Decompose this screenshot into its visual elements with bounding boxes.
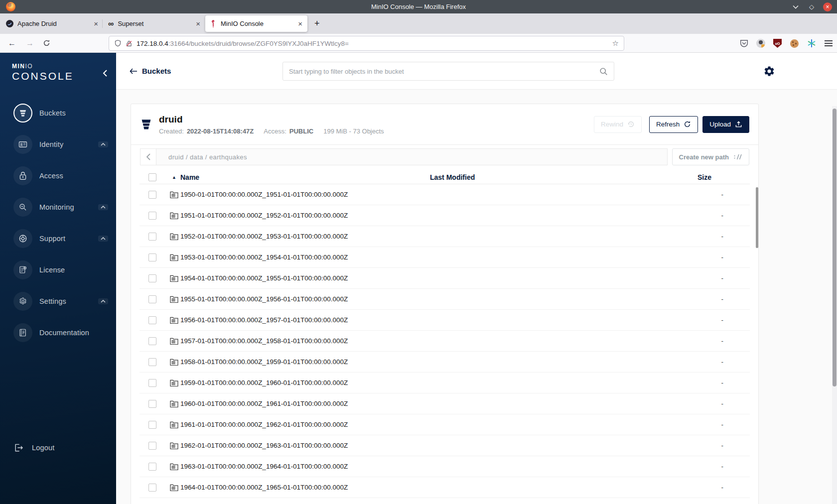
create-new-path-button[interactable]: Create new path bbox=[672, 148, 749, 165]
row-checkbox[interactable] bbox=[148, 316, 156, 324]
row-checkbox[interactable] bbox=[148, 442, 156, 450]
sidebar-item-monitoring[interactable]: Monitoring bbox=[0, 191, 116, 223]
row-checkbox[interactable] bbox=[148, 191, 156, 199]
tab-apache-druid[interactable]: Apache Druid × bbox=[1, 15, 103, 32]
forward-button[interactable]: → bbox=[26, 39, 34, 48]
table-row[interactable]: 1953-01-01T00:00:00.000Z_1954-01-01T00:0… bbox=[140, 247, 750, 268]
row-checkbox[interactable] bbox=[148, 212, 156, 220]
refresh-button[interactable]: Refresh bbox=[649, 116, 698, 133]
select-all-checkbox[interactable] bbox=[148, 173, 156, 181]
row-checkbox[interactable] bbox=[148, 274, 156, 282]
row-checkbox[interactable] bbox=[148, 253, 156, 261]
sidebar-item-support[interactable]: Support bbox=[0, 223, 116, 254]
object-name[interactable]: 1964-01-01T00:00:00.000Z_1965-01-01T00:0… bbox=[180, 484, 430, 491]
upload-button[interactable]: Upload bbox=[702, 116, 749, 133]
breadcrumb[interactable]: druid / data / earthquakes bbox=[156, 148, 668, 165]
object-name[interactable]: 1950-01-01T00:00:00.000Z_1951-01-01T00:0… bbox=[180, 191, 430, 198]
object-name[interactable]: 1952-01-01T00:00:00.000Z_1953-01-01T00:0… bbox=[180, 233, 430, 240]
object-name[interactable]: 1959-01-01T00:00:00.000Z_1960-01-01T00:0… bbox=[180, 379, 430, 386]
sidebar-item-settings[interactable]: Settings bbox=[0, 285, 116, 317]
table-row[interactable]: 1952-01-01T00:00:00.000Z_1953-01-01T00:0… bbox=[140, 226, 750, 247]
window-minimize-button[interactable] bbox=[791, 2, 800, 11]
privacy-extension-icon[interactable] bbox=[756, 39, 765, 48]
table-row[interactable]: 1951-01-01T00:00:00.000Z_1952-01-01T00:0… bbox=[140, 205, 750, 226]
object-name[interactable]: 1962-01-01T00:00:00.000Z_1963-01-01T00:0… bbox=[180, 442, 430, 449]
row-checkbox[interactable] bbox=[148, 337, 156, 345]
object-name[interactable]: 1963-01-01T00:00:00.000Z_1964-01-01T00:0… bbox=[180, 463, 430, 470]
tab-close-icon[interactable]: × bbox=[196, 20, 200, 27]
path-back-button[interactable] bbox=[140, 148, 156, 165]
multi-account-extension-icon[interactable] bbox=[807, 39, 816, 48]
chevron-up-icon[interactable] bbox=[98, 141, 108, 147]
size-column-header[interactable]: Size bbox=[684, 173, 750, 181]
bookmark-star-icon[interactable]: ☆ bbox=[612, 39, 619, 48]
row-checkbox[interactable] bbox=[148, 379, 156, 387]
table-row[interactable]: 1954-01-01T00:00:00.000Z_1955-01-01T00:0… bbox=[140, 268, 750, 289]
back-to-buckets-link[interactable]: Buckets bbox=[130, 67, 171, 75]
table-row[interactable]: 1957-01-01T00:00:00.000Z_1958-01-01T00:0… bbox=[140, 331, 750, 352]
window-close-button[interactable]: × bbox=[823, 2, 832, 11]
object-name[interactable]: 1961-01-01T00:00:00.000Z_1962-01-01T00:0… bbox=[180, 421, 430, 428]
sidebar-item-identity[interactable]: Identity bbox=[0, 128, 116, 160]
object-name[interactable]: 1957-01-01T00:00:00.000Z_1958-01-01T00:0… bbox=[180, 337, 430, 345]
page-scrollbar[interactable] bbox=[832, 106, 837, 504]
table-row[interactable]: 1958-01-01T00:00:00.000Z_1959-01-01T00:0… bbox=[140, 352, 750, 373]
sidebar-item-logout[interactable]: Logout bbox=[13, 438, 55, 458]
sidebar-collapse-button[interactable] bbox=[103, 70, 107, 77]
tab-close-icon[interactable]: × bbox=[298, 20, 302, 27]
ublock-origin-icon[interactable]: uO bbox=[773, 39, 782, 48]
tab-minio-console[interactable]: MinIO Console × bbox=[205, 15, 307, 32]
back-button[interactable]: ← bbox=[8, 39, 16, 48]
chevron-up-icon[interactable] bbox=[98, 298, 108, 304]
object-name[interactable]: 1951-01-01T00:00:00.000Z_1952-01-01T00:0… bbox=[180, 212, 430, 219]
table-row[interactable]: 1956-01-01T00:00:00.000Z_1957-01-01T00:0… bbox=[140, 310, 750, 331]
object-name[interactable]: 1953-01-01T00:00:00.000Z_1954-01-01T00:0… bbox=[180, 253, 430, 261]
row-checkbox[interactable] bbox=[148, 295, 156, 303]
object-filter-search[interactable] bbox=[282, 62, 614, 81]
reload-button[interactable] bbox=[43, 39, 50, 47]
url-bar[interactable]: 172.18.0.4:31664/buckets/druid/browse/ZG… bbox=[109, 36, 624, 51]
object-name[interactable]: 1955-01-01T00:00:00.000Z_1956-01-01T00:0… bbox=[180, 295, 430, 303]
chevron-up-icon[interactable] bbox=[98, 236, 108, 242]
sort-asc-icon[interactable]: ▲ bbox=[172, 175, 176, 180]
row-checkbox[interactable] bbox=[148, 484, 156, 492]
pocket-icon[interactable] bbox=[739, 39, 749, 48]
page-scrollbar-thumb[interactable] bbox=[833, 109, 837, 386]
table-row[interactable]: 1960-01-01T00:00:00.000Z_1961-01-01T00:0… bbox=[140, 393, 750, 414]
object-size: - bbox=[684, 442, 750, 449]
table-row[interactable]: 1950-01-01T00:00:00.000Z_1951-01-01T00:0… bbox=[140, 184, 750, 205]
window-maximize-button[interactable]: ◇ bbox=[807, 2, 816, 11]
sidebar-item-buckets[interactable]: Buckets bbox=[0, 97, 116, 128]
object-name[interactable]: 1958-01-01T00:00:00.000Z_1959-01-01T00:0… bbox=[180, 358, 430, 366]
sidebar-item-access[interactable]: Access bbox=[0, 160, 116, 191]
row-checkbox[interactable] bbox=[148, 358, 156, 366]
object-name[interactable]: 1956-01-01T00:00:00.000Z_1957-01-01T00:0… bbox=[180, 316, 430, 324]
new-tab-button[interactable]: + bbox=[314, 18, 320, 29]
object-size: - bbox=[684, 212, 750, 219]
table-row[interactable]: 1964-01-01T00:00:00.000Z_1965-01-01T00:0… bbox=[140, 477, 750, 498]
search-input[interactable] bbox=[289, 68, 599, 75]
rewind-button[interactable]: Rewind bbox=[594, 116, 642, 133]
row-checkbox[interactable] bbox=[148, 463, 156, 471]
table-row[interactable]: 1962-01-01T00:00:00.000Z_1963-01-01T00:0… bbox=[140, 435, 750, 456]
settings-gear-button[interactable] bbox=[763, 65, 775, 77]
table-row[interactable]: 1955-01-01T00:00:00.000Z_1956-01-01T00:0… bbox=[140, 289, 750, 310]
row-checkbox[interactable] bbox=[148, 233, 156, 241]
row-checkbox[interactable] bbox=[148, 421, 156, 429]
row-checkbox[interactable] bbox=[148, 400, 156, 408]
tab-close-icon[interactable]: × bbox=[94, 20, 98, 27]
tab-superset[interactable]: ∞ Superset × bbox=[103, 15, 205, 32]
table-row[interactable]: 1963-01-01T00:00:00.000Z_1964-01-01T00:0… bbox=[140, 456, 750, 477]
sidebar-item-license[interactable]: License bbox=[0, 254, 116, 285]
table-row[interactable]: 1959-01-01T00:00:00.000Z_1960-01-01T00:0… bbox=[140, 373, 750, 393]
chevron-up-icon[interactable] bbox=[98, 204, 108, 210]
menu-icon[interactable] bbox=[824, 39, 833, 48]
object-name[interactable]: 1960-01-01T00:00:00.000Z_1961-01-01T00:0… bbox=[180, 400, 430, 407]
table-scrollbar-thumb[interactable] bbox=[756, 187, 758, 248]
cookie-extension-icon[interactable] bbox=[790, 39, 799, 48]
sidebar-item-documentation[interactable]: Documentation bbox=[0, 317, 116, 348]
table-row[interactable]: 1961-01-01T00:00:00.000Z_1962-01-01T00:0… bbox=[140, 414, 750, 435]
object-name[interactable]: 1954-01-01T00:00:00.000Z_1955-01-01T00:0… bbox=[180, 274, 430, 282]
last-modified-column-header[interactable]: Last Modified bbox=[430, 173, 684, 181]
name-column-header[interactable]: Name bbox=[180, 173, 430, 181]
